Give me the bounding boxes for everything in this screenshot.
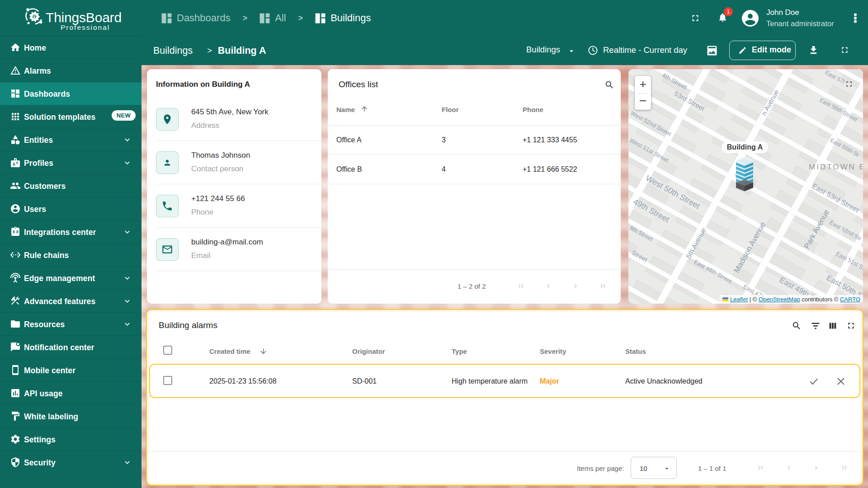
svg-text:MIDTOWN EAS: MIDTOWN EAS: [809, 163, 863, 171]
